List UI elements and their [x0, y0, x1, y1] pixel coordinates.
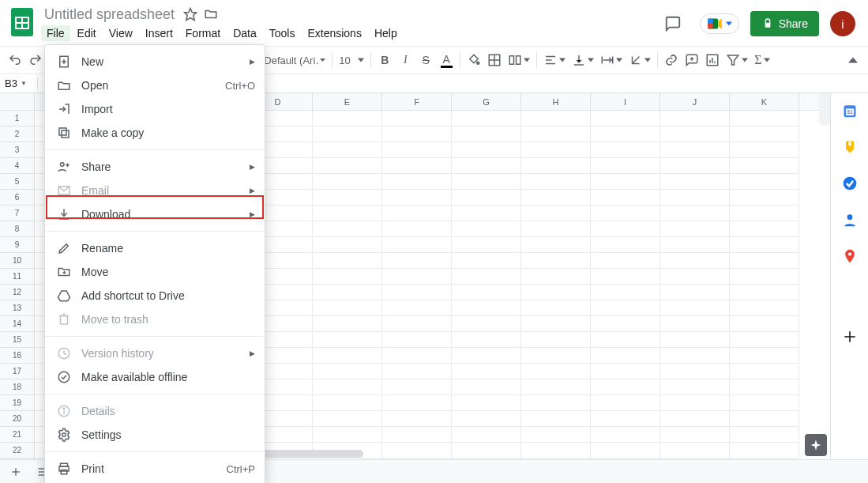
cell[interactable]: [521, 364, 591, 379]
cell[interactable]: [591, 269, 660, 285]
cell[interactable]: [382, 300, 452, 316]
redo-icon[interactable]: [25, 50, 46, 70]
doc-title[interactable]: Untitled spreadsheet: [41, 5, 178, 25]
column-header[interactable]: K: [730, 93, 799, 110]
cell[interactable]: [521, 300, 591, 316]
name-box[interactable]: B3 ▼: [0, 77, 38, 89]
cell[interactable]: [521, 253, 591, 269]
menu-item-details[interactable]: Details: [45, 399, 265, 423]
cell[interactable]: [452, 458, 521, 459]
menu-item-make-copy[interactable]: Make a copy: [45, 121, 265, 145]
cell[interactable]: [730, 427, 799, 443]
cell[interactable]: [660, 332, 730, 348]
cell[interactable]: [452, 300, 521, 316]
cell[interactable]: [313, 300, 382, 316]
cell[interactable]: [452, 269, 521, 285]
strikethrough-icon[interactable]: S: [415, 50, 436, 70]
cell[interactable]: [521, 269, 591, 285]
cell[interactable]: [660, 253, 730, 269]
menu-extensions[interactable]: Extensions: [302, 25, 366, 41]
tasks-icon[interactable]: [842, 175, 858, 191]
cell[interactable]: [452, 332, 521, 348]
calendar-icon[interactable]: 31: [842, 103, 858, 119]
cell[interactable]: [660, 285, 730, 300]
cell[interactable]: [730, 285, 799, 300]
cell[interactable]: [730, 111, 799, 126]
cell[interactable]: [382, 316, 452, 332]
valign-dropdown[interactable]: [569, 53, 597, 67]
cell[interactable]: [591, 221, 660, 237]
cell[interactable]: [452, 206, 521, 221]
row-header[interactable]: 17: [0, 364, 34, 379]
cell[interactable]: [313, 206, 382, 221]
cell[interactable]: [382, 411, 452, 427]
text-color-icon[interactable]: A: [436, 50, 457, 70]
cell[interactable]: [591, 190, 660, 206]
cell[interactable]: [382, 364, 452, 379]
cell[interactable]: [591, 316, 660, 332]
menu-help[interactable]: Help: [369, 25, 403, 41]
cell[interactable]: [313, 190, 382, 206]
cell[interactable]: [521, 237, 591, 253]
cell[interactable]: [521, 142, 591, 158]
menu-data[interactable]: Data: [227, 25, 262, 41]
cell[interactable]: [660, 427, 730, 443]
cell[interactable]: [452, 348, 521, 364]
cell[interactable]: [660, 190, 730, 206]
row-header[interactable]: 7: [0, 206, 34, 221]
cell[interactable]: [452, 427, 521, 443]
cell[interactable]: [660, 364, 730, 379]
wrap-dropdown[interactable]: [597, 53, 626, 67]
cell[interactable]: [313, 316, 382, 332]
cell[interactable]: [730, 221, 799, 237]
cell[interactable]: [660, 206, 730, 221]
menu-item-offline[interactable]: Make available offline: [45, 365, 265, 389]
row-header[interactable]: 6: [0, 190, 34, 206]
menu-item-rename[interactable]: Rename: [45, 236, 265, 260]
cell[interactable]: [660, 158, 730, 174]
row-header[interactable]: 16: [0, 348, 34, 364]
cell[interactable]: [591, 253, 660, 269]
row-header[interactable]: 21: [0, 427, 34, 443]
cell[interactable]: [313, 348, 382, 364]
explore-button[interactable]: [805, 434, 827, 456]
cell[interactable]: [382, 206, 452, 221]
row-header[interactable]: 2: [0, 126, 34, 142]
borders-icon[interactable]: [484, 50, 505, 70]
cell[interactable]: [382, 237, 452, 253]
menu-item-download[interactable]: Download ▶: [45, 202, 265, 226]
cell[interactable]: [382, 395, 452, 411]
cell[interactable]: [313, 269, 382, 285]
cell[interactable]: [452, 237, 521, 253]
cell[interactable]: [660, 111, 730, 126]
cell[interactable]: [313, 174, 382, 190]
cell[interactable]: [452, 364, 521, 379]
cell[interactable]: [313, 379, 382, 395]
column-header[interactable]: E: [313, 93, 382, 110]
cell[interactable]: [452, 158, 521, 174]
menu-item-move-trash[interactable]: Move to trash: [45, 308, 265, 331]
row-header[interactable]: 19: [0, 395, 34, 411]
cell[interactable]: [730, 126, 799, 142]
cell[interactable]: [660, 300, 730, 316]
cell[interactable]: [452, 174, 521, 190]
cell[interactable]: [660, 379, 730, 395]
row-header[interactable]: 11: [0, 269, 34, 285]
row-header[interactable]: 14: [0, 316, 34, 332]
cell[interactable]: [382, 221, 452, 237]
cell[interactable]: [521, 158, 591, 174]
cell[interactable]: [730, 142, 799, 158]
row-header[interactable]: 22: [0, 443, 34, 458]
cell[interactable]: [521, 126, 591, 142]
cell[interactable]: [591, 285, 660, 300]
cell[interactable]: [382, 253, 452, 269]
cell[interactable]: [452, 142, 521, 158]
cell[interactable]: [660, 126, 730, 142]
cell[interactable]: [313, 332, 382, 348]
cell[interactable]: [452, 379, 521, 395]
cell[interactable]: [521, 427, 591, 443]
cell[interactable]: [521, 316, 591, 332]
cell[interactable]: [521, 395, 591, 411]
cell[interactable]: [730, 458, 799, 459]
cell[interactable]: [730, 364, 799, 379]
